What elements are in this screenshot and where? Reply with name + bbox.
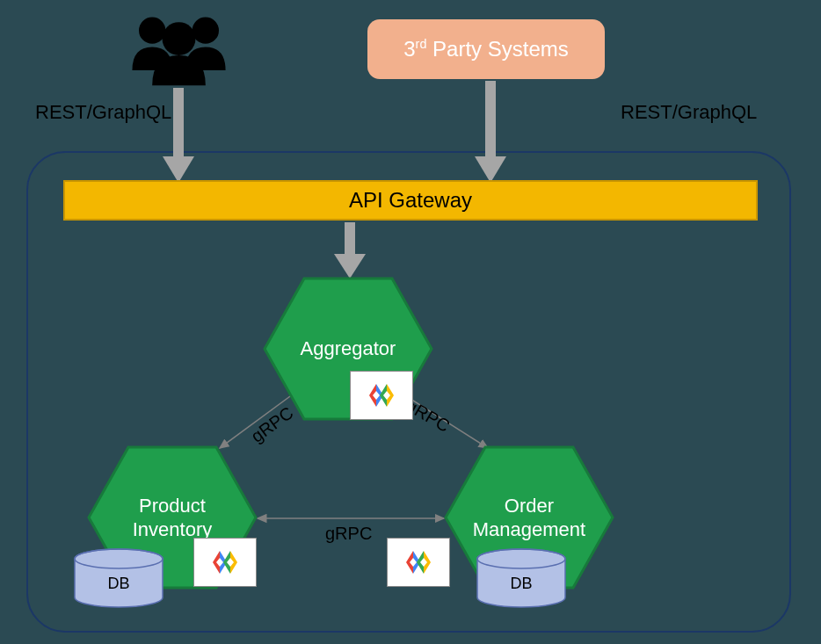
svg-marker-26 [213,551,220,574]
product-inventory-label: ProductInventory [133,494,213,542]
svg-rect-3 [173,88,184,158]
grpc-badge-icon [350,371,413,420]
third-party-systems-box: 3rd Party Systems [367,19,605,79]
product-db-icon: DB [72,548,165,610]
svg-rect-5 [485,81,496,158]
arrow-users-to-gateway [163,88,194,185]
svg-point-0 [139,17,165,43]
grpc-label-product-order: gRPC [325,524,372,544]
arrow-thirdparty-to-gateway [475,81,506,185]
order-management-label: OrderManagement [473,494,585,542]
svg-marker-28 [223,551,230,574]
grpc-badge-icon [193,538,257,587]
svg-marker-29 [230,551,237,574]
third-party-label: 3rd Party Systems [403,37,569,62]
third-party-protocol-label: REST/GraphQL [621,101,757,124]
svg-rect-7 [345,222,355,256]
api-gateway-box: API Gateway [63,180,758,221]
svg-marker-6 [475,156,506,183]
svg-marker-4 [163,156,194,183]
svg-marker-32 [417,551,424,574]
svg-marker-24 [380,384,387,407]
api-gateway-label: API Gateway [349,188,472,213]
order-db-label: DB [475,575,568,593]
svg-marker-33 [424,551,431,574]
users-protocol-label: REST/GraphQL [35,101,171,124]
users-icon [120,9,238,88]
svg-point-2 [163,22,196,55]
svg-point-1 [193,17,219,43]
svg-marker-25 [387,384,394,407]
product-db-label: DB [72,575,165,593]
svg-marker-22 [369,384,376,407]
grpc-badge-icon [387,538,450,587]
arrow-gateway-to-aggregator [334,222,366,280]
order-db-icon: DB [475,548,568,610]
aggregator-label: Aggregator [301,336,396,361]
svg-marker-30 [406,551,413,574]
